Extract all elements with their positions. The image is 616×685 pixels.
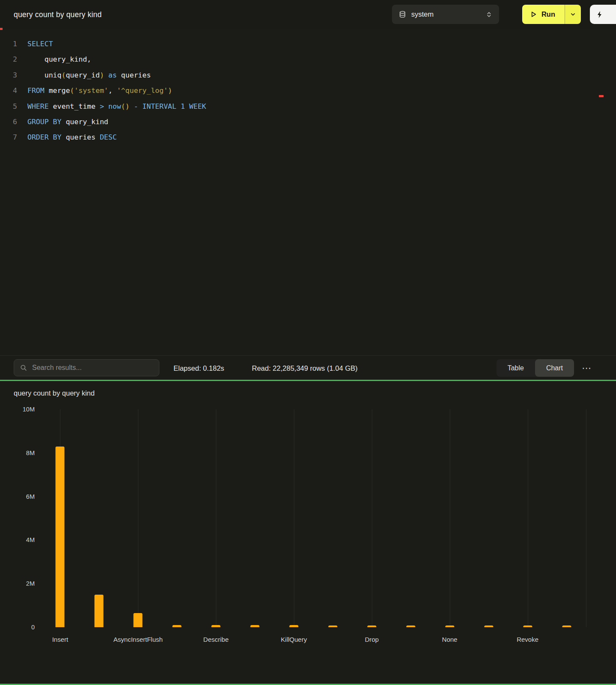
y-axis-tick: 2M <box>26 580 35 587</box>
x-axis-label: Revoke <box>517 636 538 643</box>
gridline <box>216 409 216 627</box>
database-icon <box>399 11 406 18</box>
line-number: 4 <box>0 83 17 98</box>
x-axis-label: Describe <box>203 636 229 643</box>
view-tab-chart[interactable]: Chart <box>535 359 574 377</box>
bar-unlabeled-11 <box>484 625 493 627</box>
results-toolbar: Elapsed: 0.182s Read: 22,285,349 rows (1… <box>0 355 616 380</box>
y-axis-tick: 8M <box>26 450 35 456</box>
code-line: 1SELECT <box>0 36 616 52</box>
bar-unlabeled-5 <box>251 625 260 627</box>
line-number: 2 <box>0 52 17 67</box>
read-stat: Read: 22,285,349 rows (1.04 GB) <box>252 364 358 372</box>
bar-unlabeled-13 <box>562 625 571 627</box>
x-axis-label: KillQuery <box>281 636 307 643</box>
code-text: GROUP BY query_kind <box>17 114 108 130</box>
bar-none <box>445 625 454 627</box>
elapsed-stat: Elapsed: 0.182s <box>173 364 224 372</box>
code-line: 7ORDER BY queries DESC <box>0 130 616 145</box>
gridline <box>372 409 372 627</box>
line-number: 7 <box>0 130 17 145</box>
line-number: 6 <box>0 114 17 130</box>
bar-unlabeled-9 <box>406 625 415 627</box>
view-tab-table[interactable]: Table <box>496 359 535 377</box>
bar-insert <box>56 447 65 627</box>
code-text: FROM merge('system', '^query_log') <box>17 83 172 98</box>
gridline <box>586 409 586 627</box>
code-text: uniq(query_id) as queries <box>17 68 151 83</box>
play-icon <box>530 11 537 18</box>
topbar: query count by query kind system <box>0 0 616 29</box>
code-line: 6GROUP BY query_kind <box>0 114 616 130</box>
run-button-group: Run <box>522 5 581 24</box>
bar-revoke <box>523 625 532 627</box>
code-line: 4FROM merge('system', '^query_log') <box>0 83 616 98</box>
run-button-label: Run <box>541 10 555 18</box>
bar-drop <box>367 625 376 627</box>
cut-off-toolbar-button[interactable] <box>590 5 616 24</box>
x-axis-label: Insert <box>52 636 69 643</box>
line-number: 3 <box>0 68 17 83</box>
scrollbar-annotation-mark <box>599 95 604 97</box>
y-axis-tick: 4M <box>26 536 35 543</box>
page-title: query count by query kind <box>14 10 102 19</box>
bar-unlabeled-7 <box>328 625 337 627</box>
run-options-button[interactable] <box>565 5 581 24</box>
bar-describe <box>212 625 221 627</box>
x-axis-label: Drop <box>365 636 379 643</box>
x-axis-label: None <box>442 636 458 643</box>
line-number: 1 <box>0 36 17 52</box>
code-text: SELECT <box>17 36 53 52</box>
bar-killquery <box>290 625 299 627</box>
y-axis-tick: 6M <box>26 493 35 500</box>
more-options-button[interactable]: ⋯ <box>579 363 594 373</box>
chart-panel: query count by query kind 02M4M6M8M10MIn… <box>0 381 616 684</box>
search-icon <box>20 364 27 371</box>
chart-title: query count by query kind <box>14 389 95 397</box>
edge-button-icon <box>596 11 603 18</box>
line-number: 5 <box>0 99 17 114</box>
code-line: 5WHERE event_time > now() - INTERVAL 1 W… <box>0 99 616 114</box>
database-selector[interactable]: system <box>392 5 499 24</box>
code-lines: 1SELECT2 query_kind,3 uniq(query_id) as … <box>0 36 616 146</box>
sql-editor[interactable]: 1SELECT2 query_kind,3 uniq(query_id) as … <box>0 29 616 355</box>
database-selector-value: system <box>411 10 434 18</box>
search-results-box <box>14 359 159 376</box>
gridline <box>138 409 138 627</box>
x-axis-label: AsyncInsertFlush <box>114 636 163 643</box>
y-axis-tick: 0 <box>31 624 35 631</box>
app-root: query count by query kind system <box>0 0 616 685</box>
y-axis-tick: 10M <box>23 406 35 413</box>
view-toggle: TableChart <box>496 359 574 377</box>
run-button[interactable]: Run <box>522 5 565 24</box>
code-text: WHERE event_time > now() - INTERVAL 1 WE… <box>17 99 206 114</box>
chevron-down-icon <box>570 12 576 17</box>
editor-error-mark-left <box>0 28 3 30</box>
code-line: 3 uniq(query_id) as queries <box>0 68 616 83</box>
bar-asyncinsertflush <box>134 613 143 627</box>
gridline <box>528 409 528 627</box>
code-line: 2 query_kind, <box>0 52 616 67</box>
bar-unlabeled-1 <box>95 595 104 627</box>
gridline <box>294 409 294 627</box>
bar-chart-plot: 02M4M6M8M10MInsertAsyncInsertFlushDescri… <box>41 409 586 627</box>
search-results-input[interactable] <box>31 363 153 372</box>
chevron-up-down-icon <box>486 11 492 18</box>
code-text: query_kind, <box>17 52 91 67</box>
code-text: ORDER BY queries DESC <box>17 130 117 145</box>
bar-unlabeled-3 <box>173 625 182 627</box>
gridline <box>450 409 450 627</box>
